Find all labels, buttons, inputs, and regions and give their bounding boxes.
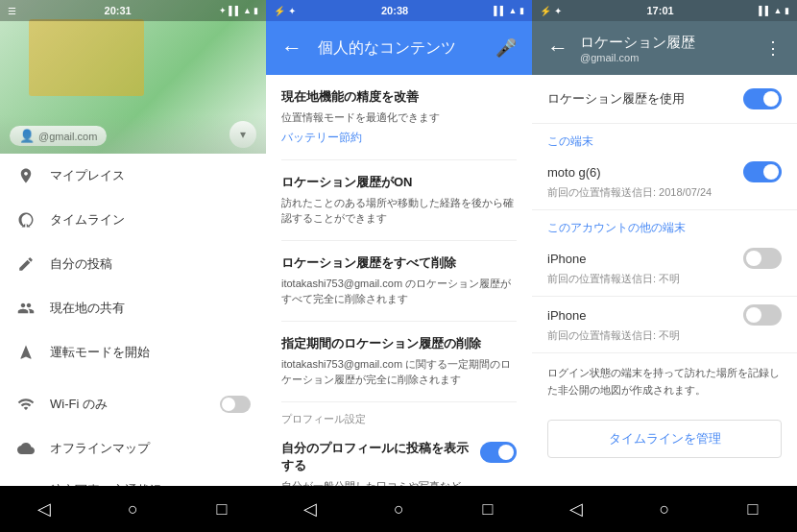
sidebar-item-myplace[interactable]: マイプレイス	[0, 154, 266, 198]
content-section-location-on: ロケーション履歴がON 訪れたことのある場所や移動した経路を後から確認することが…	[281, 174, 517, 227]
device-item-iphone2: iPhone 前回の位置情報送信日: 不明	[532, 297, 797, 353]
device-item-iphone1: iPhone 前回の位置情報送信日: 不明	[532, 240, 797, 297]
profile-toggle-text: 自分のプロフィールに投稿を表示する 自分が一般公開した口コミや写真などを、公開プ…	[281, 440, 469, 487]
location-on-desc: 訪れたことのある場所や移動した経路を後から確認することができます	[281, 195, 517, 227]
divider-p2-2	[281, 240, 517, 241]
delete-range-desc: itotakashi753@gmail.com に関する一定期間のロケーション履…	[281, 356, 517, 388]
content-section-delete-range: 指定期間のロケーション履歴の削除 itotakashi753@gmail.com…	[281, 335, 517, 388]
posts-label: 自分の投稿	[50, 255, 251, 273]
panel3-title-block: ロケーション履歴 @gmail.com	[580, 34, 695, 63]
sidebar-item-layers[interactable]: 航空写真、交通状況 レイヤは移動しました ›	[0, 471, 266, 486]
location-toggle-label: ロケーション履歴を使用	[547, 90, 685, 108]
accuracy-desc: 位置情報モードを最適化できます	[281, 109, 517, 126]
profile-toggle-title: 自分のプロフィールに投稿を表示する	[281, 440, 469, 474]
nav-bar-3: ◁ ○ □	[532, 486, 797, 532]
status-time-2: 20:38	[381, 5, 408, 16]
navigation-icon	[15, 342, 36, 363]
map-area: ☰ 20:31 ✦ ▌▌ ▲ ▮ 👤 @gmail.com ▾	[0, 0, 266, 154]
recents-nav-btn-1[interactable]: □	[207, 495, 236, 523]
divider-p2-1	[281, 159, 517, 160]
device-row-iphone1: iPhone	[547, 248, 782, 269]
recents-nav-btn-2[interactable]: □	[473, 495, 502, 523]
device-date-iphone1: 前回の位置情報送信日: 不明	[547, 272, 782, 286]
sidebar-item-offline-maps[interactable]: オフラインマップ	[0, 426, 266, 471]
this-device-section-header: この端末	[532, 124, 797, 154]
device-moto-toggle[interactable]	[743, 161, 782, 182]
device-iphone2-toggle[interactable]	[743, 304, 782, 326]
device-row-moto: moto g(6)	[547, 161, 782, 182]
offline-maps-label: オフラインマップ	[50, 440, 251, 457]
myplace-label: マイプレイス	[50, 167, 251, 184]
recents-nav-btn-3[interactable]: □	[738, 495, 767, 523]
status-icons-left: ☰	[8, 6, 16, 16]
gmail-icon: 👤	[19, 129, 35, 143]
android-icon: ☰	[8, 6, 16, 16]
status-time-3: 17:01	[646, 5, 673, 16]
status-icons-right-2: ▌▌ ▲ ▮	[494, 6, 524, 15]
device-iphone1-toggle[interactable]	[743, 248, 782, 269]
home-nav-btn-2[interactable]: ○	[384, 495, 413, 523]
offline-maps-icon	[15, 438, 36, 459]
back-nav-btn-1[interactable]: ◁	[30, 495, 59, 523]
share-location-icon	[15, 298, 36, 319]
status-icons-right: ✦ ▌▌ ▲ ▮	[219, 6, 258, 15]
gmail-badge: 👤 @gmail.com	[10, 126, 107, 146]
wifi-icon-status: ▲	[243, 6, 252, 15]
panel3-header: ← ロケーション履歴 @gmail.com ⋮	[532, 21, 797, 75]
device-date-iphone2: 前回の位置情報送信日: 不明	[547, 328, 782, 343]
content-section-delete-all: ロケーション履歴をすべて削除 itotakashi753@gmail.com の…	[281, 254, 517, 307]
sidebar-item-wifi[interactable]: Wi-Fi のみ	[0, 382, 266, 426]
device-name-iphone2: iPhone	[547, 308, 586, 323]
profile-toggle-desc: 自分が一般公開した口コミや写真などを、公開プロフィールにすべて表示します	[281, 478, 469, 487]
profile-section-label: プロフィール設定	[281, 412, 517, 426]
notice-text: ログイン状態の端末を持って訪れた場所を記録した非公開の地図が作成されます。	[532, 353, 797, 410]
sidebar-item-driving[interactable]: 運転モードを開始	[0, 330, 266, 375]
home-nav-btn-3[interactable]: ○	[650, 495, 679, 523]
status-icons-left-2: ⚡ ✦	[274, 6, 296, 16]
delete-all-desc: itotakashi753@gmail.com のロケーション履歴がすべて完全に…	[281, 276, 517, 307]
status-bar-3: ⚡ ✦ 17:01 ▌▌ ▲ ▮	[532, 0, 797, 21]
nav-bar-2: ◁ ○ □	[266, 486, 532, 532]
menu-button-3[interactable]: ⋮	[764, 37, 782, 59]
status-bar-1: ☰ 20:31 ✦ ▌▌ ▲ ▮	[0, 0, 266, 21]
sidebar-item-share-location[interactable]: 現在地の共有	[0, 286, 266, 330]
location-history-toggle[interactable]	[743, 88, 782, 109]
panel-location-history: ⚡ ✦ 17:01 ▌▌ ▲ ▮ ← ロケーション履歴 @gmail.com ⋮…	[532, 0, 797, 532]
back-button-2[interactable]: ←	[281, 36, 302, 60]
sidebar-item-posts[interactable]: 自分の投稿	[0, 242, 266, 286]
status-icons-right-3: ▌▌ ▲ ▮	[759, 6, 789, 15]
driving-label: 運転モードを開始	[50, 344, 251, 361]
status-icons-left-3: ⚡ ✦	[540, 6, 562, 16]
profile-toggle-switch[interactable]	[480, 442, 517, 463]
share-location-label: 現在地の共有	[50, 300, 251, 317]
home-nav-btn-1[interactable]: ○	[118, 495, 147, 523]
sidebar-menu: マイプレイス タイムライン 自分の投稿 現在地の共有 運転モードを開始	[0, 154, 266, 486]
divider-p2-4	[281, 401, 517, 402]
back-button-3[interactable]: ←	[547, 36, 568, 60]
bluetooth-icon: ✦	[219, 6, 227, 15]
delete-range-title: 指定期間のロケーション履歴の削除	[281, 335, 517, 352]
wifi-icon	[15, 394, 36, 415]
status-time-1: 20:31	[105, 5, 132, 16]
divider-p2-3	[281, 321, 517, 322]
timeline-label: タイムライン	[50, 211, 251, 229]
signal-icon: ▌▌	[229, 6, 241, 15]
back-nav-btn-2[interactable]: ◁	[296, 495, 325, 523]
timeline-icon	[15, 209, 36, 230]
location-pin-icon	[15, 165, 36, 186]
wifi-label: Wi-Fi のみ	[50, 396, 206, 413]
manage-timeline-button[interactable]: タイムラインを管理	[547, 420, 782, 458]
location-toggle-row: ロケーション履歴を使用	[532, 75, 797, 124]
battery-save-link[interactable]: バッテリー節約	[281, 130, 517, 146]
mic-button[interactable]: 🎤	[495, 37, 517, 59]
expand-button[interactable]: ▾	[229, 121, 256, 148]
gmail-text: @gmail.com	[38, 131, 97, 142]
sidebar-item-timeline[interactable]: タイムライン	[0, 198, 266, 242]
delete-all-title: ロケーション履歴をすべて削除	[281, 254, 517, 272]
profile-toggle-row: 自分のプロフィールに投稿を表示する 自分が一般公開した口コミや写真などを、公開プ…	[281, 440, 517, 487]
device-row-iphone2: iPhone	[547, 304, 782, 326]
wifi-toggle[interactable]	[220, 396, 251, 413]
back-nav-btn-3[interactable]: ◁	[562, 495, 591, 523]
panel2-header: ← 個人的なコンテンツ 🎤	[266, 21, 532, 75]
content-section-accuracy: 現在地機能の精度を改善 位置情報モードを最適化できます バッテリー節約	[281, 88, 517, 146]
